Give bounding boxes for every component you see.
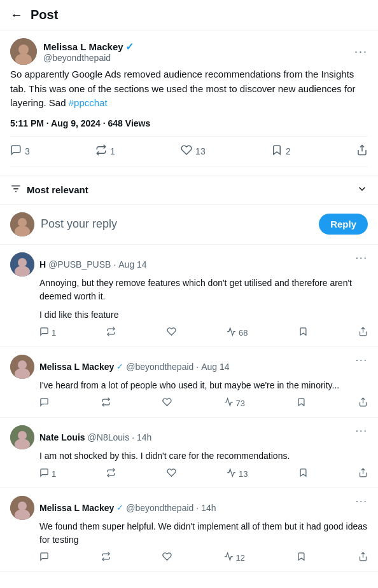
- verified-badge: ✓: [116, 503, 123, 512]
- comment-meta: H @PUSB_PUSB · Aug 14: [39, 259, 147, 270]
- header: ← Post: [0, 0, 378, 31]
- comment-bookmark-icon: [297, 552, 306, 564]
- share-icon: [356, 144, 368, 159]
- comment-header: Nate Louis @N8Louis · 14h ···: [10, 425, 368, 449]
- comment-more-button[interactable]: ···: [356, 496, 368, 507]
- comment-reply-action[interactable]: 1: [39, 468, 56, 480]
- comment-header: H @PUSB_PUSB · Aug 14 ···: [10, 252, 368, 277]
- comment-share-action[interactable]: [358, 468, 368, 480]
- main-post-text: So apparently Google Ads removed audienc…: [10, 67, 368, 111]
- main-post-more-button[interactable]: ···: [354, 45, 368, 58]
- comment-bookmark-action[interactable]: [298, 468, 308, 480]
- comment-avatar[interactable]: [10, 425, 34, 449]
- comment-bookmark-action[interactable]: [298, 327, 308, 339]
- comment-retweet-action[interactable]: [106, 327, 116, 339]
- comment-share-icon: [358, 397, 368, 409]
- comment-avatar[interactable]: [10, 252, 34, 277]
- comment-reply-count: 1: [52, 328, 56, 338]
- comment-retweet-action[interactable]: [101, 397, 111, 409]
- comment-item: H @PUSB_PUSB · Aug 14 ··· Annoying, but …: [0, 245, 378, 347]
- comment-retweet-action[interactable]: [101, 552, 111, 564]
- reply-button[interactable]: Reply: [319, 214, 368, 235]
- comment-share-action[interactable]: [358, 327, 368, 339]
- svg-point-23: [18, 502, 27, 510]
- views-action[interactable]: 12: [224, 552, 245, 564]
- views-action[interactable]: 13: [227, 468, 248, 480]
- comment-like-action[interactable]: [162, 552, 172, 564]
- comment-retweet-action[interactable]: [106, 468, 116, 480]
- comment-reply-action[interactable]: 1: [39, 327, 56, 339]
- comment-avatar[interactable]: [10, 496, 34, 520]
- back-button[interactable]: ←: [10, 8, 23, 22]
- comment-handle[interactable]: @beyondthepaid: [126, 503, 193, 513]
- comment-bookmark-action[interactable]: [297, 552, 306, 564]
- comment-dot: ·: [196, 503, 199, 513]
- comment-like-icon: [167, 327, 176, 339]
- reply-placeholder[interactable]: Post your reply: [41, 217, 312, 231]
- like-action[interactable]: 13: [181, 144, 206, 159]
- bookmark-icon: [271, 144, 283, 159]
- bookmark-action[interactable]: 2: [271, 144, 291, 159]
- main-post-author-handle[interactable]: @beyondthepaid: [43, 53, 134, 63]
- comment-text: Annoying, but they remove features which…: [39, 277, 368, 303]
- filter-icon: [10, 183, 22, 196]
- comment-share-icon: [358, 327, 368, 339]
- views-count: 73: [236, 399, 245, 408]
- comment-author-name[interactable]: Melissa L Mackey: [39, 503, 114, 513]
- comment-action[interactable]: 3: [10, 144, 30, 159]
- comment-actions: 1 13: [39, 468, 368, 480]
- share-action[interactable]: [356, 144, 368, 159]
- views-count: 12: [236, 553, 245, 563]
- comment-like-icon: [162, 397, 172, 409]
- main-post-avatar[interactable]: [10, 38, 37, 65]
- comment-author-name[interactable]: Nate Louis: [39, 432, 85, 442]
- comment-like-icon: [162, 552, 172, 564]
- comment-more-button[interactable]: ···: [356, 425, 368, 437]
- comment-meta: Nate Louis @N8Louis · 14h: [39, 432, 151, 442]
- comment-actions: 1 68: [39, 327, 368, 339]
- comment-retweet-icon: [106, 327, 116, 339]
- verified-badge: ✓: [116, 362, 123, 371]
- comment-handle[interactable]: @beyondthepaid: [126, 362, 193, 372]
- comment-handle[interactable]: @PUSB_PUSB: [48, 259, 111, 270]
- hashtag-link[interactable]: #ppcchat: [69, 97, 108, 108]
- comment-reply-action[interactable]: [39, 397, 49, 409]
- comment-body: Annoying, but they remove features which…: [39, 277, 368, 339]
- views-action[interactable]: 73: [224, 397, 245, 409]
- filter-label-text: Most relevant: [27, 184, 88, 195]
- comment-share-action[interactable]: [358, 397, 368, 409]
- comment-bookmark-icon: [298, 327, 308, 339]
- main-post: Melissa L Mackey ✓ @beyondthepaid ··· So…: [0, 31, 378, 175]
- svg-point-11: [18, 258, 27, 267]
- reply-compose: Post your reply Reply: [0, 205, 378, 245]
- post-actions: 3 1 13 2: [10, 136, 368, 167]
- comment-more-button[interactable]: ···: [356, 355, 368, 366]
- views-action[interactable]: 68: [227, 327, 248, 339]
- comment-reply-count: 1: [52, 469, 56, 479]
- comment-date: 14h: [137, 432, 151, 442]
- views-icon: [227, 468, 236, 480]
- comment-author-row: Melissa L Mackey ✓ @beyondthepaid · 14h: [10, 496, 216, 520]
- comment-more-button[interactable]: ···: [356, 252, 368, 264]
- comment-header: Melissa L Mackey ✓ @beyondthepaid · 14h …: [10, 496, 368, 520]
- comment-like-action[interactable]: [167, 468, 176, 480]
- svg-point-19: [18, 431, 27, 440]
- comment-bookmark-action[interactable]: [297, 397, 306, 409]
- comment-reply-action[interactable]: [39, 552, 49, 564]
- main-post-author-name[interactable]: Melissa L Mackey ✓: [43, 41, 134, 53]
- views-count: 13: [239, 469, 248, 479]
- comment-like-action[interactable]: [167, 327, 176, 339]
- comment-date: 14h: [201, 503, 216, 513]
- retweet-count: 1: [110, 146, 115, 156]
- comment-header: Melissa L Mackey ✓ @beyondthepaid · Aug …: [10, 355, 368, 379]
- comment-meta: Melissa L Mackey ✓ @beyondthepaid · 14h: [39, 503, 216, 513]
- comment-dot: ·: [113, 259, 116, 270]
- comment-like-action[interactable]: [162, 397, 172, 409]
- comment-author-name[interactable]: H: [39, 259, 46, 270]
- comment-avatar[interactable]: [10, 355, 34, 379]
- comment-share-action[interactable]: [358, 552, 368, 564]
- filter-bar[interactable]: Most relevant: [0, 175, 378, 205]
- comment-handle[interactable]: @N8Louis: [88, 432, 130, 442]
- retweet-action[interactable]: 1: [95, 144, 115, 159]
- comment-author-name[interactable]: Melissa L Mackey: [39, 362, 114, 372]
